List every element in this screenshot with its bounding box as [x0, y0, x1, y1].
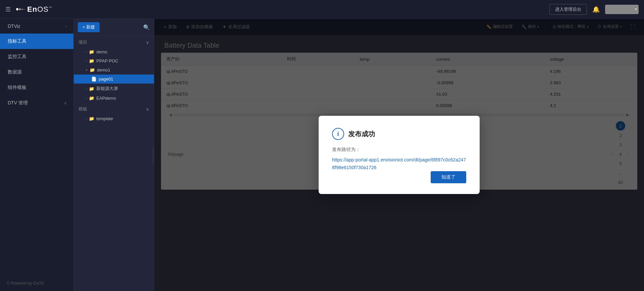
sidebar-item-monitor[interactable]: 监控工具 [0, 49, 73, 64]
modal-label: 发布路径为： [332, 147, 466, 153]
folder-icon: 📁 [89, 116, 94, 121]
logo-dots [16, 8, 26, 10]
topbar: ☰ EnOS™ 进入管理后台 🔔 [0, 0, 644, 19]
templates-chevron-icon: ∨ [146, 107, 149, 112]
file-tree-panel: + 新建 🔍 项目 ∨ › 📁 demo › 📁 PPAP POC ▾ 📁 de… [74, 19, 154, 291]
search-icon[interactable]: 🔍 [143, 24, 150, 31]
tree-item-eapdemo[interactable]: › 📁 EAPdemo [74, 94, 154, 103]
modal-overlay: i 发布成功 发布路径为： https://app-portal-app1.en… [154, 19, 644, 291]
modal-ok-button[interactable]: 知道了 [431, 171, 466, 183]
tree-item-ppap-poc[interactable]: › 📁 PPAP POC [74, 56, 154, 65]
tree-item-page01[interactable]: 📄 page01 [74, 75, 154, 84]
chevron-icon: › [86, 117, 87, 120]
modal-box: i 发布成功 发布路径为： https://app-portal-app1.en… [319, 116, 480, 194]
folder-icon: 📁 [89, 58, 94, 63]
tree-item-demo1[interactable]: ▾ 📁 demo1 [74, 65, 154, 75]
new-button[interactable]: + 新建 [78, 22, 100, 32]
chevron-icon: ▾ [86, 68, 88, 72]
tree-item-demo[interactable]: › 📁 demo [74, 47, 154, 56]
sidebar-footer: © Powered by EnOS [0, 276, 73, 291]
content-area: + 添加 ⊞ 添加自模板 ▼ 全局过滤器 ✏️ 编辑态设置 🔧 操作 ▾ [154, 19, 644, 291]
logo-text: EnOS™ [27, 5, 52, 14]
projects-section-header[interactable]: 项目 ∨ [74, 36, 154, 47]
user-avatar[interactable] [605, 5, 639, 14]
folder-icon: 📁 [89, 96, 94, 101]
templates-section-header[interactable]: 模板 ∨ [74, 103, 154, 114]
sidebar-item-dtv-admin[interactable]: DTV 管理 ∨ [0, 95, 73, 111]
logo: EnOS™ [16, 5, 52, 14]
dtv-admin-chevron-icon: ∨ [64, 101, 67, 105]
folder-icon: 📁 [90, 67, 95, 72]
file-tree-header: + 新建 🔍 [74, 19, 154, 36]
chevron-icon: › [86, 50, 87, 54]
chevron-icon: › [65, 24, 67, 28]
info-icon: i [332, 128, 344, 140]
modal-link[interactable]: https://app-portal-app1.envisioniot.com/… [332, 157, 466, 170]
modal-footer: 知道了 [332, 171, 466, 183]
folder-icon: 📁 [89, 49, 94, 54]
modal-title-row: i 发布成功 [332, 128, 466, 140]
tree-item-template[interactable]: › 📁 template [74, 114, 154, 123]
sidebar-item-dtviz[interactable]: DTViz › [0, 19, 73, 34]
chevron-icon: › [86, 59, 87, 63]
sidebar: DTViz › 指标工具 监控工具 数据源 组件模板 DTV 管理 ∨ © Po… [0, 19, 74, 291]
page-icon: 📄 [91, 77, 97, 82]
tree-item-new-energy[interactable]: › 📁 新能源大屏 [74, 84, 154, 94]
sidebar-item-components[interactable]: 组件模板 [0, 80, 73, 95]
folder-icon: 📁 [89, 86, 94, 91]
main-layout: DTViz › 指标工具 监控工具 数据源 组件模板 DTV 管理 ∨ © Po… [0, 19, 644, 291]
sidebar-item-datasource[interactable]: 数据源 [0, 64, 73, 80]
admin-button[interactable]: 进入管理后台 [549, 4, 587, 15]
modal-title: 发布成功 [348, 130, 375, 139]
sidebar-item-metrics[interactable]: 指标工具 [0, 34, 73, 49]
menu-icon[interactable]: ☰ [5, 6, 11, 13]
chevron-icon: › [86, 96, 87, 100]
projects-chevron-icon: ∨ [146, 40, 149, 45]
bell-icon[interactable]: 🔔 [592, 6, 600, 13]
chevron-icon: › [86, 87, 87, 91]
topbar-right: 进入管理后台 🔔 [549, 4, 639, 15]
